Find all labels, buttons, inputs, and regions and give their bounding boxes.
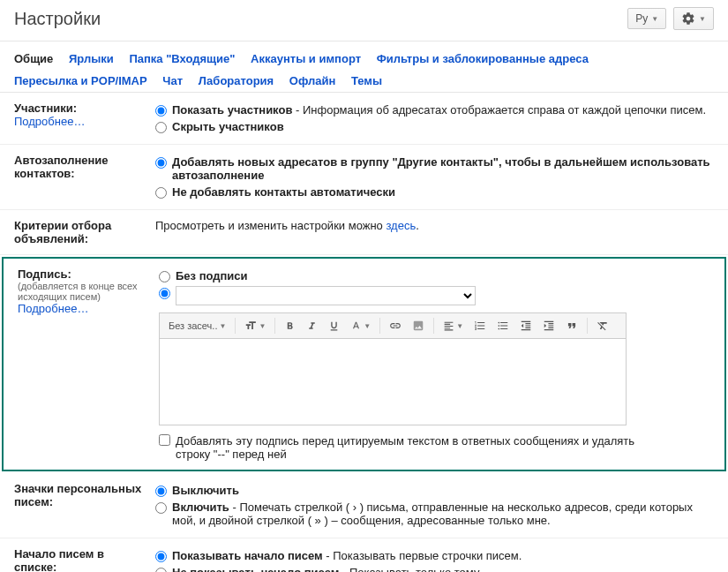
section-signature: Подпись: (добавляется в конце всех исход… [2, 257, 726, 471]
language-label: Ру [635, 12, 648, 25]
indent-increase-icon [543, 320, 555, 332]
bullet-list-button[interactable] [493, 317, 513, 335]
signature-editor[interactable] [159, 339, 627, 425]
signature-before-quote-label: Добавлять эту подпись перед цитируемым т… [176, 434, 653, 461]
section-participants: Участники: Подробнее… Показать участнико… [0, 93, 728, 145]
chevron-down-icon: ▼ [219, 322, 226, 330]
tab-general[interactable]: Общие [14, 49, 53, 71]
tab-labels[interactable]: Ярлыки [69, 49, 114, 71]
signature-select[interactable] [176, 286, 476, 305]
tab-forwarding[interactable]: Пересылка и POP/IMAP [14, 71, 147, 93]
image-button[interactable] [409, 317, 428, 335]
tab-accounts[interactable]: Аккаунты и импорт [251, 49, 361, 71]
quote-button[interactable] [562, 317, 582, 335]
indicators-on-label: Включить [172, 500, 229, 514]
page-header: Настройки Ру ▼ ▼ [0, 0, 728, 41]
participants-learn-more-link[interactable]: Подробнее… [14, 115, 146, 128]
clear-format-icon [597, 320, 609, 332]
font-size-button[interactable]: ▼ [241, 317, 269, 335]
indent-decrease-icon [520, 320, 532, 332]
language-button[interactable]: Ру ▼ [627, 8, 666, 29]
indicators-off-label: Выключить [172, 484, 239, 497]
separator [274, 318, 275, 334]
quote-icon [566, 320, 578, 332]
text-color-button[interactable]: ▼ [347, 318, 374, 335]
bullet-list-icon [497, 320, 509, 332]
italic-icon [306, 320, 318, 332]
section-snippets: Начало писем в списке: Показывать начало… [0, 538, 728, 572]
separator [379, 318, 380, 334]
font-family-button[interactable]: Без засеч.. ▼ [165, 318, 229, 334]
signature-title: Подпись: [18, 267, 150, 281]
section-indicators: Значки персональных писем: Выключить Вкл… [0, 473, 728, 538]
tab-chat[interactable]: Чат [162, 71, 183, 93]
page-title: Настройки [14, 9, 627, 29]
tab-labs[interactable]: Лаборатория [199, 71, 274, 93]
underline-button[interactable] [325, 318, 343, 335]
signature-none-radio[interactable] [159, 271, 170, 282]
autocomplete-title: Автозаполнение контактов: [14, 154, 146, 180]
settings-gear-button[interactable]: ▼ [673, 7, 714, 30]
signature-learn-more-link[interactable]: Подробнее… [18, 302, 150, 315]
section-autocomplete: Автозаполнение контактов: Добавлять новы… [0, 145, 728, 210]
separator [235, 318, 236, 334]
participants-title: Участники: [14, 102, 146, 115]
signature-none-label: Без подписи [176, 269, 248, 282]
snippets-show-label: Показывать начало писем [172, 549, 323, 562]
participants-show-radio[interactable] [155, 105, 167, 117]
numbered-list-icon [474, 320, 486, 332]
indicators-on-radio[interactable] [155, 502, 167, 514]
tab-inbox[interactable]: Папка "Входящие" [129, 49, 235, 71]
participants-hide-radio[interactable] [155, 122, 167, 133]
separator [433, 318, 434, 334]
underline-icon [328, 320, 340, 332]
image-icon [412, 320, 424, 332]
indent-more-button[interactable] [539, 317, 559, 335]
criteria-here-link[interactable]: здесь [386, 219, 416, 232]
signature-note: (добавляется в конце всех исходящих писе… [18, 281, 150, 302]
snippets-hide-label: Не показывать начало писем [172, 566, 339, 572]
autocomplete-add-radio[interactable] [155, 157, 167, 169]
clear-format-button[interactable] [593, 317, 612, 335]
chevron-down-icon: ▼ [699, 15, 706, 23]
snippets-hide-desc: - Показывать только тему. [339, 566, 481, 572]
autocomplete-noadd-label: Не добавлять контакты автоматически [172, 185, 395, 199]
snippets-hide-radio[interactable] [155, 568, 167, 572]
text-size-icon [244, 320, 257, 332]
tab-filters[interactable]: Фильтры и заблокированные адреса [377, 49, 589, 71]
signature-before-quote-checkbox[interactable] [159, 434, 170, 446]
tab-themes[interactable]: Темы [351, 71, 382, 93]
indicators-off-radio[interactable] [155, 485, 167, 497]
participants-hide-label: Скрыть участников [172, 120, 284, 133]
indent-less-button[interactable] [516, 317, 536, 335]
autocomplete-add-label: Добавлять новых адресатов в группу "Друг… [172, 155, 714, 182]
tab-offline[interactable]: Офлайн [289, 71, 336, 93]
indicators-on-desc: - Помечать стрелкой ( › ) письма, отправ… [172, 500, 693, 527]
chevron-down-icon: ▼ [259, 322, 266, 330]
align-button[interactable]: ▼ [439, 318, 467, 335]
section-ad-criteria: Критерии отбора объявлений: Просмотреть … [0, 210, 728, 255]
gear-icon [681, 11, 695, 26]
link-button[interactable] [386, 317, 405, 335]
snippets-show-desc: - Показывать первые строчки писем. [323, 549, 522, 562]
bold-button[interactable] [281, 318, 299, 335]
chevron-down-icon: ▼ [364, 322, 371, 330]
settings-tabs: Общие Ярлыки Папка "Входящие" Аккаунты и… [0, 41, 728, 93]
signature-use-radio[interactable] [159, 288, 170, 299]
chevron-down-icon: ▼ [651, 15, 658, 23]
chevron-down-icon: ▼ [456, 322, 463, 330]
numbered-list-button[interactable] [470, 317, 490, 335]
criteria-text: Просмотреть и изменить настройки можно [155, 219, 386, 232]
criteria-dot: . [416, 219, 419, 232]
autocomplete-noadd-radio[interactable] [155, 187, 167, 199]
text-color-icon [350, 320, 362, 332]
snippets-show-radio[interactable] [155, 551, 167, 562]
separator [587, 318, 588, 334]
participants-show-label: Показать участников [172, 103, 292, 117]
indicators-title: Значки персональных писем: [14, 482, 146, 508]
link-icon [389, 320, 402, 332]
italic-button[interactable] [303, 318, 321, 335]
criteria-title: Критерии отбора объявлений: [14, 219, 146, 245]
align-left-icon [443, 320, 454, 332]
snippets-title: Начало писем в списке: [14, 547, 146, 572]
